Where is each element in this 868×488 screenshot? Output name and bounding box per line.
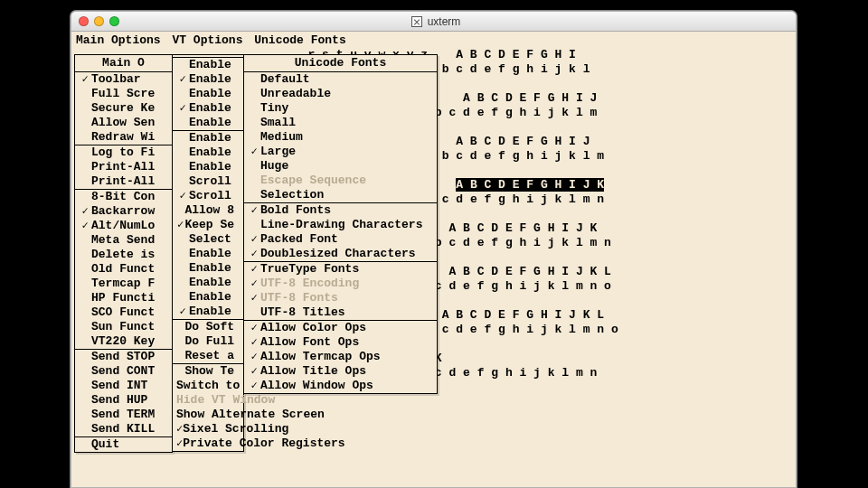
menu-item[interactable]: Delete is [75, 248, 172, 262]
menu-item[interactable]: Selection [244, 188, 437, 202]
menu-item[interactable]: ✓Doublesized Characters [244, 247, 437, 261]
menu-item-label: Enable [189, 261, 231, 276]
menu-item[interactable]: ✓Backarrow [75, 204, 172, 219]
menubar-item-vt[interactable]: VT Options [171, 33, 246, 47]
menu-vt-options: Enable✓EnableEnable✓EnableEnableEnableEn… [172, 54, 244, 452]
menubar-item-main[interactable]: Main Options [75, 33, 165, 47]
menu-item[interactable]: Scroll [173, 174, 243, 189]
menu-item[interactable]: Old Funct [75, 262, 172, 277]
menu-item[interactable]: ✓Enable [173, 101, 243, 116]
menu-item[interactable]: ✓Sixel Scrolling [173, 422, 243, 436]
close-icon[interactable] [79, 16, 89, 26]
menu-item[interactable]: HP Functi [75, 291, 172, 305]
menu-item[interactable]: Allow 8 [173, 203, 243, 218]
menu-item[interactable]: ✓Allow Window Ops [244, 379, 437, 393]
menu-item[interactable]: ✓Toolbar [75, 72, 172, 87]
menu-item[interactable]: ✓Allow Title Ops [244, 364, 437, 379]
menu-item[interactable]: UTF-8 Titles [244, 305, 437, 320]
menu-item[interactable]: ✓TrueType Fonts [244, 262, 437, 277]
menu-item[interactable]: ✓Private Color Registers [173, 436, 243, 451]
check-icon: ✓ [176, 189, 189, 203]
menu-item[interactable]: ✓Enable [173, 305, 243, 319]
menu-item[interactable]: Default [244, 72, 437, 87]
check-icon: ✓ [248, 262, 260, 277]
menu-item[interactable]: ✓Allow Termcap Ops [244, 350, 437, 364]
check-icon: ✓ [248, 247, 260, 261]
menu-item[interactable]: Print-All [75, 174, 172, 189]
menu-item[interactable]: Line-Drawing Characters [244, 218, 437, 232]
menu-item[interactable]: Redraw Wi [75, 130, 172, 145]
menu-item[interactable]: 8-Bit Con [75, 190, 172, 204]
menu-item[interactable]: VT220 Key [75, 334, 172, 349]
menu-item[interactable]: Small [244, 116, 437, 130]
menu-item[interactable]: Send CONT [75, 364, 172, 379]
menu-item[interactable]: Tiny [244, 101, 437, 116]
menu-item[interactable]: Unreadable [244, 87, 437, 101]
menu-item[interactable]: Enable [173, 261, 243, 276]
menu-item[interactable]: Allow Sen [75, 116, 172, 130]
menu-item[interactable]: Enable [173, 116, 243, 130]
menu-item[interactable]: ✓Allow Font Ops [244, 335, 437, 350]
check-icon: ✓ [248, 321, 260, 335]
menu-item[interactable]: ✓Packed Font [244, 232, 437, 247]
menu-item[interactable]: Switch to Tek Mode [173, 379, 243, 393]
menu-item[interactable]: Quit [75, 437, 172, 452]
menu-item[interactable]: ✓Enable [173, 72, 243, 87]
menu-item[interactable]: ✓Alt/NumLo [75, 219, 172, 233]
menu-item[interactable]: Reset a [173, 349, 243, 363]
menu-item[interactable]: Medium [244, 130, 437, 145]
menu-item-label: Old Funct [91, 262, 155, 277]
menu-item[interactable]: ✓Allow Color Ops [244, 321, 437, 335]
menu-item[interactable]: Huge [244, 159, 437, 174]
menu-item[interactable]: ✓Keep Se [173, 218, 243, 232]
menu-item[interactable]: Print-All [75, 160, 172, 174]
menu-item-label: Selection [260, 188, 324, 202]
menu-item[interactable]: Send TERM [75, 408, 172, 422]
menu-item[interactable]: Select [173, 232, 243, 247]
inverse-text: A B C D E F G H I J K [456, 178, 604, 192]
menu-item[interactable]: Show Te [173, 364, 243, 379]
menu-item[interactable]: ✓Large [244, 145, 437, 159]
menu-item-label: 8-Bit Con [91, 190, 155, 204]
minimize-icon[interactable] [94, 16, 104, 26]
menu-main-options: Main O✓ToolbarFull ScreSecure KeAllow Se… [74, 54, 173, 453]
menu-item[interactable]: Enable [173, 290, 243, 305]
menu-item[interactable]: ✓Bold Fonts [244, 203, 437, 218]
menu-item[interactable]: Enable [173, 276, 243, 290]
check-icon: ✓ [248, 379, 260, 393]
check-icon: ✓ [248, 145, 260, 159]
menu-item[interactable]: Meta Send [75, 233, 172, 248]
menu-item-label: Print-All [91, 174, 155, 189]
check-icon: ✓ [248, 364, 260, 379]
menu-item[interactable]: Enable [173, 87, 243, 101]
menu-item[interactable]: Full Scre [75, 87, 172, 101]
menu-item-label: Medium [260, 130, 303, 145]
menu-item-label: Sixel Scrolling [183, 422, 288, 436]
menu-item[interactable]: Send HUP [75, 393, 172, 408]
x11-icon [411, 16, 422, 27]
menu-item-label: TrueType Fonts [260, 262, 359, 277]
menu-item[interactable]: Show Alternate Screen [173, 408, 243, 422]
menu-item-label: Delete is [91, 248, 155, 262]
menu-item[interactable]: Enable [173, 58, 243, 72]
menu-item-label: Sun Funct [91, 320, 155, 334]
menu-item[interactable]: Send KILL [75, 422, 172, 436]
menu-item[interactable]: Do Full [173, 334, 243, 349]
zoom-icon[interactable] [109, 16, 119, 26]
menu-item[interactable]: Enable [173, 160, 243, 174]
menu-item[interactable]: Sun Funct [75, 320, 172, 334]
menu-item[interactable]: Do Soft [173, 320, 243, 334]
check-icon: ✓ [176, 101, 189, 116]
menu-item[interactable]: Send STOP [75, 350, 172, 364]
menu-item[interactable]: Enable [173, 131, 243, 145]
menubar-item-unicode[interactable]: Unicode Fonts [253, 33, 349, 47]
menu-item[interactable]: Secure Ke [75, 101, 172, 116]
menu-item[interactable]: Termcap F [75, 277, 172, 291]
menu-item[interactable]: Log to Fi [75, 145, 172, 160]
menu-item[interactable]: Send INT [75, 379, 172, 393]
menu-item[interactable]: Enable [173, 145, 243, 160]
menu-item[interactable]: Enable [173, 247, 243, 261]
menu-item[interactable]: ✓Scroll [173, 189, 243, 203]
menu-item[interactable]: SCO Funct [75, 305, 172, 320]
check-icon: ✓ [176, 218, 184, 232]
